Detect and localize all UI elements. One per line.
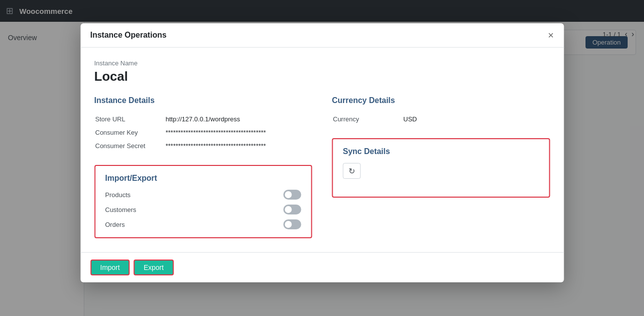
- store-url-row: Store URL http://127.0.0.1/wordpress: [95, 113, 311, 125]
- customers-toggle-row: Customers: [105, 205, 301, 214]
- currency-details-title: Currency Details: [332, 96, 550, 105]
- products-label: Products: [105, 191, 130, 199]
- orders-toggle[interactable]: [284, 219, 301, 229]
- import-export-title: Import/Export: [105, 174, 301, 183]
- sync-details-section: Sync Details ↻: [332, 138, 550, 198]
- products-toggle[interactable]: [284, 190, 301, 200]
- right-column: Currency Details Currency USD Sync Detai…: [332, 96, 550, 238]
- customers-label: Customers: [105, 206, 136, 213]
- consumer-key-label: Consumer Key: [95, 126, 165, 139]
- modal-footer: Import Export: [80, 252, 564, 282]
- modal-body: Instance Name Local Instance Details Sto…: [80, 48, 564, 252]
- currency-value: USD: [404, 113, 549, 125]
- consumer-key-row: Consumer Key ***************************…: [95, 126, 311, 139]
- instance-details-table: Store URL http://127.0.0.1/wordpress Con…: [94, 112, 312, 153]
- currency-details-table: Currency USD: [332, 112, 550, 126]
- consumer-secret-row: Consumer Secret ************************…: [95, 140, 311, 152]
- sync-details-title: Sync Details: [343, 147, 539, 156]
- consumer-secret-value: ****************************************: [166, 140, 311, 152]
- import-button[interactable]: Import: [90, 260, 130, 275]
- left-column: Instance Details Store URL http://127.0.…: [94, 96, 312, 238]
- modal-close-button[interactable]: ×: [548, 30, 554, 40]
- sync-button[interactable]: ↻: [343, 163, 361, 179]
- instance-details-title: Instance Details: [94, 96, 312, 105]
- orders-label: Orders: [105, 221, 125, 228]
- currency-label: Currency: [333, 113, 403, 125]
- currency-row: Currency USD: [333, 113, 549, 125]
- modal-header: Instance Operations ×: [80, 23, 564, 48]
- customers-toggle[interactable]: [284, 205, 301, 214]
- products-toggle-row: Products: [105, 190, 301, 200]
- store-url-value: http://127.0.0.1/wordpress: [166, 113, 311, 125]
- modal-instance-operations: Instance Operations × Instance Name Loca…: [80, 23, 564, 282]
- consumer-secret-label: Consumer Secret: [95, 140, 165, 152]
- import-export-section: Import/Export Products Customers Orders: [94, 165, 312, 238]
- modal-title: Instance Operations: [90, 31, 167, 40]
- store-url-label: Store URL: [95, 113, 165, 125]
- consumer-key-value: ****************************************: [166, 126, 311, 139]
- instance-name-value: Local: [94, 69, 550, 84]
- export-button[interactable]: Export: [134, 260, 174, 275]
- instance-name-label: Instance Name: [94, 59, 550, 67]
- details-columns: Instance Details Store URL http://127.0.…: [94, 96, 550, 238]
- sync-icon: ↻: [349, 166, 355, 176]
- orders-toggle-row: Orders: [105, 219, 301, 229]
